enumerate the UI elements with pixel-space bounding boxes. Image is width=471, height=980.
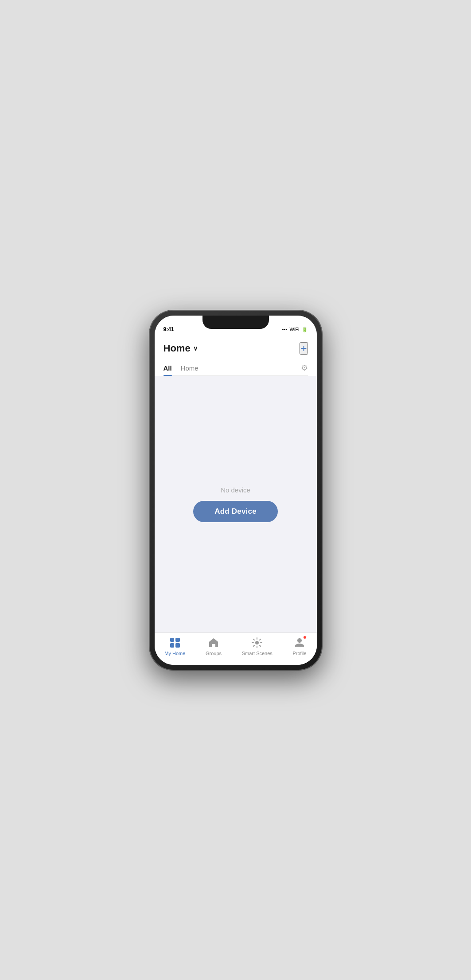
profile-icon <box>293 636 306 649</box>
chevron-down-icon[interactable]: ∨ <box>193 345 198 352</box>
header-top: Home ∨ + <box>163 342 308 355</box>
tab-all[interactable]: All <box>163 361 172 375</box>
add-button[interactable]: + <box>300 342 308 355</box>
status-time: 9:41 <box>163 326 174 332</box>
my-home-label: My Home <box>164 651 185 656</box>
notch <box>202 316 269 329</box>
signal-icon: ▪▪▪ <box>282 327 288 332</box>
svg-line-6 <box>260 645 261 646</box>
tab-home[interactable]: Home <box>181 361 199 375</box>
header: Home ∨ + All Home ⚙ <box>155 335 317 376</box>
tab-item-smart-scenes[interactable]: Smart Scenes <box>242 636 272 656</box>
app-content: Home ∨ + All Home ⚙ No device <box>155 335 317 665</box>
battery-icon: 🔋 <box>302 327 308 332</box>
notification-badge <box>303 636 307 639</box>
profile-label: Profile <box>292 651 306 656</box>
svg-line-8 <box>253 645 254 646</box>
phone-screen: 9:41 ▪▪▪ WiFi 🔋 Home ∨ + All <box>155 316 317 665</box>
home-title-text: Home <box>163 343 191 354</box>
smart-scenes-label: Smart Scenes <box>242 651 272 656</box>
smart-scenes-icon <box>251 636 263 649</box>
gear-icon[interactable]: ⚙ <box>301 363 308 373</box>
wifi-icon: WiFi <box>290 327 300 332</box>
no-device-label: No device <box>221 486 250 494</box>
groups-icon <box>207 636 220 649</box>
add-device-button[interactable]: Add Device <box>193 501 278 522</box>
phone-frame: 9:41 ▪▪▪ WiFi 🔋 Home ∨ + All <box>149 310 322 670</box>
my-home-icon <box>169 636 181 649</box>
groups-label: Groups <box>206 651 222 656</box>
tab-item-my-home[interactable]: My Home <box>164 636 185 656</box>
tab-item-profile[interactable]: Profile <box>292 636 306 656</box>
status-icons: ▪▪▪ WiFi 🔋 <box>282 327 308 332</box>
tabs-bar: All Home ⚙ <box>163 361 308 376</box>
tab-item-groups[interactable]: Groups <box>206 636 222 656</box>
svg-line-7 <box>260 639 261 640</box>
bottom-tab-bar: My Home Groups <box>155 633 317 665</box>
main-area: No device Add Device <box>155 376 317 633</box>
home-title: Home ∨ <box>163 343 198 354</box>
svg-line-5 <box>253 639 254 640</box>
svg-point-0 <box>255 641 259 644</box>
